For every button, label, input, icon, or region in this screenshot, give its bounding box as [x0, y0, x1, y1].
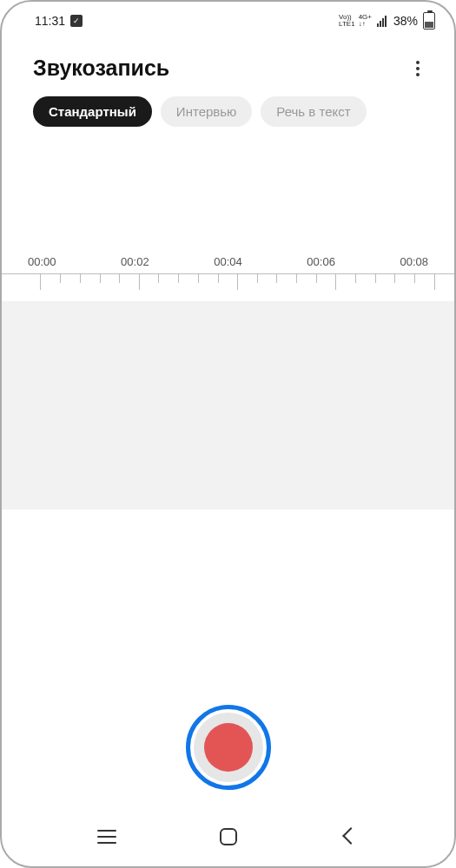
tab-speech-to-text[interactable]: Речь в текст — [261, 96, 366, 127]
nav-recents-button[interactable] — [97, 830, 116, 844]
record-icon — [204, 723, 253, 772]
time-label: 00:06 — [307, 255, 335, 268]
timeline-ruler — [2, 273, 454, 301]
time-label: 00:00 — [28, 255, 56, 268]
mode-tabs: Стандартный Интервью Речь в текст — [2, 96, 454, 142]
network-indicator-4g: 4G+ ↓↑ — [359, 14, 372, 28]
time-label: 00:02 — [121, 255, 149, 268]
nav-back-button[interactable] — [341, 828, 359, 845]
network-indicator: Vo)) LTE1 — [339, 14, 355, 28]
more-options-icon[interactable] — [407, 58, 428, 79]
time-label: 00:04 — [214, 255, 242, 268]
page-title: Звукозапись — [33, 56, 169, 81]
time-label: 00:08 — [400, 255, 428, 268]
status-time: 11:31 — [35, 14, 65, 28]
timeline: 00:00 00:02 00:04 00:06 00:08 — [2, 255, 454, 510]
tab-standard[interactable]: Стандартный — [33, 96, 152, 127]
navigation-bar — [2, 818, 454, 866]
signal-icon — [377, 16, 387, 27]
nav-home-button[interactable] — [220, 828, 237, 845]
status-bar: 11:31 ✓ Vo)) LTE1 4G+ ↓↑ 38% — [2, 2, 454, 35]
check-icon: ✓ — [70, 15, 83, 27]
record-button[interactable] — [186, 705, 271, 790]
battery-icon — [423, 12, 435, 30]
tab-interview[interactable]: Интервью — [161, 96, 253, 127]
battery-percent: 38% — [393, 14, 418, 28]
waveform-area — [2, 301, 454, 510]
